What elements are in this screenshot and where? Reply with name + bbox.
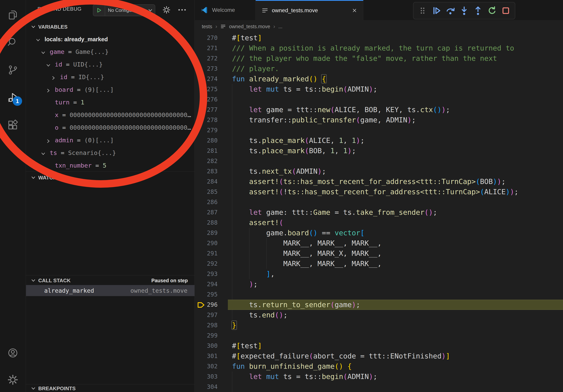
code-line[interactable]: 288 assert!( [195,218,563,228]
code-line[interactable]: 295 [195,289,563,300]
line-number[interactable]: 301 [195,351,218,361]
variable-row[interactable]: x = 000000000000000000000000000000000000… [26,109,194,121]
settings-gear-icon[interactable] [0,368,26,391]
source-control-icon[interactable] [0,58,26,81]
variable-row[interactable]: ts = Scenario{...} [26,146,194,159]
line-number[interactable]: 292 [195,259,218,269]
variable-row[interactable]: turn = 1 [26,96,194,109]
debug-config-dropdown-label[interactable]: No Configurati [105,8,148,13]
variable-row[interactable]: txn_number = 5 [26,159,194,172]
step-out-icon[interactable] [473,6,483,15]
code-line[interactable]: 280 ts.place_mark(ALICE, 1, 1); [195,135,563,146]
line-number[interactable]: 277 [195,105,218,115]
line-number[interactable]: 291 [195,248,218,259]
account-icon[interactable] [0,341,26,364]
code-line[interactable]: 289 game.board() == vector[ [195,228,563,238]
extensions-icon[interactable] [0,114,26,137]
variable-row[interactable]: board = (9)[...] [26,83,194,96]
search-icon[interactable] [0,31,26,54]
line-number[interactable]: 274 [195,74,218,84]
code-line[interactable]: 281 ts.place_mark(BOB, 1, 1); [195,146,563,156]
restart-icon[interactable] [487,6,497,15]
line-number[interactable]: 288 [195,218,218,228]
line-number[interactable]: 270 [195,33,218,43]
line-number[interactable]: 295 [195,289,218,300]
code-line[interactable]: 300#[test] [195,341,563,351]
line-number[interactable]: 297 [195,310,218,320]
line-number[interactable]: 298 [195,320,218,330]
call-stack-section-header[interactable]: CALL STACK Paused on step [26,276,194,285]
variable-row[interactable]: o = 000000000000000000000000000000000000… [26,121,194,134]
variable-row[interactable]: id = ID{...} [26,71,194,83]
variable-scope-row[interactable]: locals: already_marked [26,33,194,45]
code-line-current[interactable]: 296 ts.return_to_sender(game); [195,300,563,310]
chevron-right-icon[interactable] [46,84,55,96]
line-number[interactable]: 271 [195,43,218,53]
code-line[interactable]: 292 MARK__, MARK__, MARK__, [195,259,563,269]
chevron-down-icon[interactable] [36,33,45,46]
code-line[interactable]: 279 [195,125,563,135]
chevron-right-icon[interactable] [46,134,55,147]
code-line[interactable]: 299 [195,330,563,341]
code-line[interactable]: 301#[expected_failure(abort_code = ttt::… [195,351,563,361]
line-number[interactable]: 303 [195,371,218,382]
code-line[interactable]: 283 ts.next_tx(ADMIN); [195,166,563,176]
code-line[interactable]: 286 [195,197,563,207]
step-into-icon[interactable] [460,6,469,15]
breadcrumb-item-file[interactable]: owned_tests.move [229,24,270,29]
chevron-down-icon[interactable] [41,147,50,159]
chevron-down-icon[interactable] [41,46,50,58]
tab-welcome[interactable]: Welcome [195,0,256,20]
run-and-debug-icon[interactable] [0,86,26,109]
code-line[interactable]: 270#[test] [195,33,563,43]
continue-icon[interactable] [432,6,441,15]
code-line[interactable]: 287 let game: ttt::Game = ts.take_from_s… [195,207,563,218]
line-number[interactable]: 304 [195,382,218,392]
line-number[interactable]: 287 [195,207,218,218]
breakpoints-section-header[interactable]: BREAKPOINTS [26,385,194,392]
sidebar-gear-icon[interactable] [162,6,171,15]
code-line[interactable]: 274fun already_marked() { [195,74,563,84]
line-number[interactable]: 281 [195,146,218,156]
code-line[interactable]: 297 ts.end(); [195,310,563,320]
code-line[interactable]: 290 MARK__, MARK__, MARK__, [195,238,563,248]
tab-owned-tests-move[interactable]: owned_tests.move [256,0,363,20]
debug-start-button[interactable] [93,5,105,16]
line-number[interactable]: 293 [195,269,218,279]
code-line[interactable]: 273/// player. [195,64,563,74]
code-line[interactable]: 298} [195,320,563,330]
code-line[interactable]: 302fun burn_unfinished_game() { [195,361,563,371]
variables-section-header[interactable]: VARIABLES [26,21,194,32]
close-tab-icon[interactable] [352,8,357,13]
code-line[interactable]: 285 assert!(!ts::has_most_recent_for_add… [195,187,563,197]
line-number[interactable]: 275 [195,84,218,94]
explorer-icon[interactable] [0,3,26,26]
code-line[interactable]: 278 transfer::public_transfer(game, ADMI… [195,115,563,125]
line-number[interactable]: 276 [195,94,218,105]
more-actions-icon[interactable] [178,8,187,13]
step-over-icon[interactable] [446,6,455,15]
code-line[interactable]: 271/// When a position is already marked… [195,43,563,53]
variable-row[interactable]: admin = (0)[...] [26,134,194,146]
breadcrumb-item-symbol[interactable]: ... [278,24,282,29]
line-number[interactable]: 290 [195,238,218,248]
line-number[interactable]: 302 [195,361,218,371]
code-line[interactable]: 276 [195,94,563,105]
code-line[interactable]: 284 assert!(ts::has_most_recent_for_addr… [195,176,563,187]
code-editor[interactable]: 270#[test]271/// When a position is alre… [195,33,563,392]
line-number[interactable]: 299 [195,330,218,341]
code-line[interactable]: 293 ], [195,269,563,279]
code-line[interactable]: 272/// the player who made the "false" m… [195,53,563,64]
call-stack-frame[interactable]: already_markedowned_tests.move [26,285,194,296]
line-number[interactable]: 283 [195,166,218,176]
line-number[interactable]: 286 [195,197,218,207]
line-number[interactable]: 296 [195,300,218,310]
line-number[interactable]: 282 [195,156,218,166]
watch-section-header[interactable]: WATCH [26,172,194,183]
code-line[interactable]: 303 let mut ts = ts::begin(ADMIN); [195,371,563,382]
code-line[interactable]: 282 [195,156,563,166]
chevron-right-icon[interactable] [51,71,60,83]
toolbar-drag-grip[interactable] [418,6,427,15]
line-number[interactable]: 272 [195,53,218,64]
variable-row[interactable]: id = UID{...} [26,58,194,71]
